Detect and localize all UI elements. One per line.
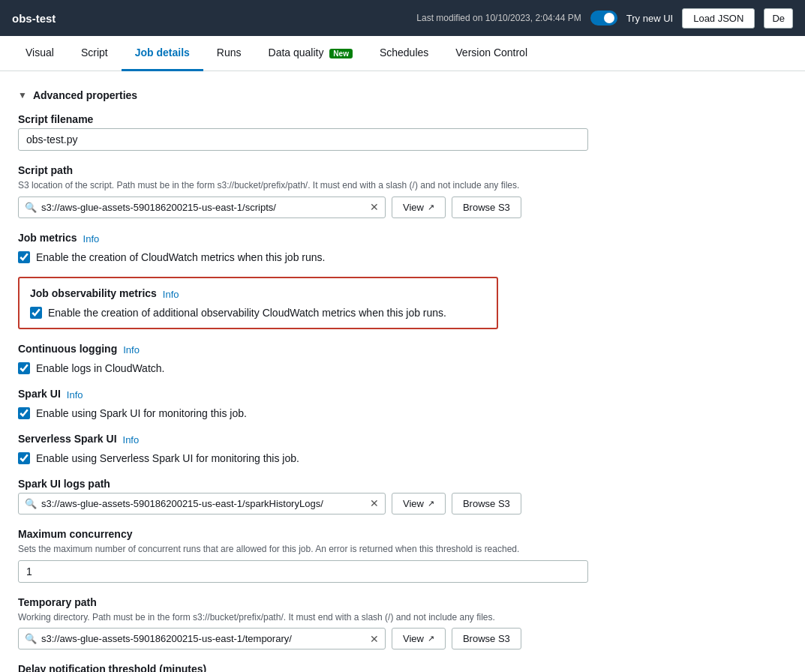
serverless-spark-ui-checkbox-row: Enable using Serverless Spark UI for mon… bbox=[18, 452, 787, 464]
spark-ui-logs-browse-button[interactable]: Browse S3 bbox=[452, 493, 521, 514]
serverless-spark-ui-checkbox-label: Enable using Serverless Spark UI for mon… bbox=[36, 452, 299, 464]
temporary-path-clear-icon[interactable]: ✕ bbox=[370, 633, 379, 645]
job-metrics-info-link[interactable]: Info bbox=[83, 233, 100, 244]
continuous-logging-info-link[interactable]: Info bbox=[123, 344, 140, 356]
script-path-search-wrap: 🔍 ✕ bbox=[18, 196, 386, 218]
continuous-logging-checkbox[interactable] bbox=[18, 362, 30, 374]
temporary-path-input-row: 🔍 ✕ View ↗ Browse S3 bbox=[18, 628, 787, 650]
spark-ui-logs-clear-icon[interactable]: ✕ bbox=[370, 497, 379, 509]
temporary-path-view-button[interactable]: View ↗ bbox=[392, 628, 446, 650]
tab-runs[interactable]: Runs bbox=[203, 36, 255, 71]
job-metrics-label-row: Job metrics Info bbox=[18, 232, 787, 247]
script-path-group: Script path S3 location of the script. P… bbox=[18, 164, 787, 218]
continuous-logging-checkbox-label: Enable logs in CloudWatch. bbox=[36, 362, 164, 374]
script-path-view-button[interactable]: View ↗ bbox=[392, 196, 446, 218]
spark-ui-group: Spark UI Info Enable using Spark UI for … bbox=[18, 388, 787, 419]
advanced-properties-label: Advanced properties bbox=[33, 89, 137, 101]
advanced-properties-header: ▼ Advanced properties bbox=[18, 89, 787, 101]
external-link-icon-2: ↗ bbox=[428, 499, 434, 508]
de-button[interactable]: De bbox=[764, 8, 793, 28]
job-observability-checkbox[interactable] bbox=[30, 307, 42, 319]
tab-visual[interactable]: Visual bbox=[12, 36, 68, 71]
tabs-bar: Visual Script Job details Runs Data qual… bbox=[0, 36, 805, 71]
search-icon-3: 🔍 bbox=[25, 633, 37, 644]
main-content: ▼ Advanced properties Script filename Sc… bbox=[0, 71, 805, 672]
last-modified-text: Last modified on 10/10/2023, 2:04:44 PM bbox=[416, 13, 581, 23]
spark-ui-label-row: Spark UI Info bbox=[18, 388, 787, 403]
try-new-ui-toggle[interactable] bbox=[590, 10, 617, 26]
job-metrics-label: Job metrics bbox=[18, 232, 77, 244]
script-path-label: Script path bbox=[18, 164, 787, 176]
serverless-spark-ui-info-link[interactable]: Info bbox=[123, 434, 140, 446]
spark-ui-logs-path-label: Spark UI logs path bbox=[18, 478, 787, 490]
temporary-path-search-wrap: 🔍 ✕ bbox=[18, 628, 386, 650]
temporary-path-desc: Working directory. Path must be in the f… bbox=[18, 611, 787, 624]
script-filename-group: Script filename bbox=[18, 113, 787, 151]
spark-ui-logs-search-wrap: 🔍 ✕ bbox=[18, 493, 386, 514]
external-link-icon-3: ↗ bbox=[428, 634, 434, 644]
spark-ui-logs-path-group: Spark UI logs path 🔍 ✕ View ↗ Browse S3 bbox=[18, 478, 787, 514]
continuous-logging-group: Continuous logging Info Enable logs in C… bbox=[18, 343, 787, 374]
job-metrics-checkbox-row: Enable the creation of CloudWatch metric… bbox=[18, 251, 787, 263]
job-observability-checkbox-label: Enable the creation of additional observ… bbox=[48, 307, 446, 319]
continuous-logging-label: Continuous logging bbox=[18, 343, 117, 355]
tab-schedules[interactable]: Schedules bbox=[366, 36, 442, 71]
script-path-input-row: 🔍 ✕ View ↗ Browse S3 bbox=[18, 196, 787, 218]
spark-ui-info-link[interactable]: Info bbox=[67, 389, 83, 400]
spark-ui-checkbox[interactable] bbox=[18, 407, 30, 419]
spark-ui-checkbox-label: Enable using Spark UI for monitoring thi… bbox=[36, 407, 247, 419]
job-observability-label: Job observability metrics bbox=[30, 287, 157, 299]
spark-ui-checkbox-row: Enable using Spark UI for monitoring thi… bbox=[18, 407, 787, 419]
top-bar: obs-test Last modified on 10/10/2023, 2:… bbox=[0, 0, 805, 36]
job-observability-info-link[interactable]: Info bbox=[163, 289, 179, 300]
temporary-path-browse-button[interactable]: Browse S3 bbox=[452, 628, 521, 650]
delay-notification-group: Delay notification threshold (minutes) bbox=[18, 663, 787, 672]
collapse-arrow-icon[interactable]: ▼ bbox=[18, 90, 27, 100]
script-path-browse-button[interactable]: Browse S3 bbox=[452, 196, 521, 218]
serverless-spark-ui-label: Serverless Spark UI bbox=[18, 433, 117, 445]
search-icon-2: 🔍 bbox=[25, 498, 37, 509]
script-filename-input[interactable] bbox=[18, 128, 588, 151]
max-concurrency-desc: Sets the maximum number of concurrent ru… bbox=[18, 543, 787, 556]
script-path-clear-icon[interactable]: ✕ bbox=[370, 201, 379, 213]
serverless-spark-ui-group: Serverless Spark UI Info Enable using Se… bbox=[18, 433, 787, 464]
serverless-spark-ui-checkbox[interactable] bbox=[18, 452, 30, 464]
continuous-logging-checkbox-row: Enable logs in CloudWatch. bbox=[18, 362, 787, 374]
load-json-button[interactable]: Load JSON bbox=[682, 8, 755, 28]
job-observability-label-row: Job observability metrics Info bbox=[30, 287, 486, 302]
spark-ui-logs-input[interactable] bbox=[41, 494, 367, 514]
external-link-icon: ↗ bbox=[428, 202, 434, 212]
job-metrics-group: Job metrics Info Enable the creation of … bbox=[18, 232, 787, 263]
max-concurrency-input[interactable] bbox=[18, 560, 588, 583]
job-observability-checkbox-row: Enable the creation of additional observ… bbox=[30, 307, 486, 319]
continuous-logging-label-row: Continuous logging Info bbox=[18, 343, 787, 358]
spark-ui-logs-view-button[interactable]: View ↗ bbox=[392, 493, 446, 514]
delay-notification-label: Delay notification threshold (minutes) bbox=[18, 663, 787, 672]
job-metrics-checkbox-label: Enable the creation of CloudWatch metric… bbox=[36, 251, 325, 263]
script-filename-label: Script filename bbox=[18, 113, 787, 125]
app-title: obs-test bbox=[12, 12, 407, 25]
max-concurrency-group: Maximum concurrency Sets the maximum num… bbox=[18, 528, 787, 583]
script-path-input[interactable] bbox=[41, 197, 367, 218]
max-concurrency-label: Maximum concurrency bbox=[18, 528, 787, 540]
spark-ui-logs-path-input-row: 🔍 ✕ View ↗ Browse S3 bbox=[18, 493, 787, 514]
toggle-label: Try new UI bbox=[626, 13, 673, 24]
spark-ui-label: Spark UI bbox=[18, 388, 61, 400]
tab-script[interactable]: Script bbox=[68, 36, 122, 71]
temporary-path-input[interactable] bbox=[41, 628, 367, 649]
search-icon: 🔍 bbox=[25, 202, 37, 213]
tab-version-control[interactable]: Version Control bbox=[442, 36, 541, 71]
tab-job-details[interactable]: Job details bbox=[122, 36, 203, 71]
script-path-desc: S3 location of the script. Path must be … bbox=[18, 179, 787, 192]
job-observability-box: Job observability metrics Info Enable th… bbox=[18, 277, 498, 329]
temporary-path-label: Temporary path bbox=[18, 596, 787, 608]
serverless-spark-ui-label-row: Serverless Spark UI Info bbox=[18, 433, 787, 448]
temporary-path-group: Temporary path Working directory. Path m… bbox=[18, 596, 787, 650]
data-quality-badge: New bbox=[329, 49, 353, 58]
tab-data-quality[interactable]: Data quality New bbox=[255, 36, 366, 71]
job-metrics-checkbox[interactable] bbox=[18, 251, 30, 263]
